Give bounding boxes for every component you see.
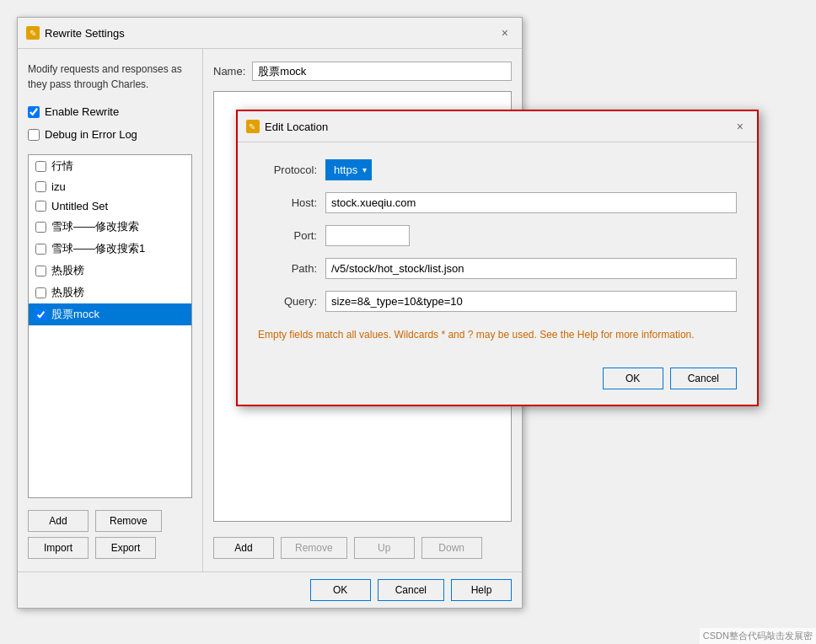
locations-remove-button[interactable]: Remove <box>281 537 347 559</box>
main-cancel-button[interactable]: Cancel <box>378 579 444 601</box>
list-item[interactable]: 热股榜 <box>29 260 191 282</box>
locations-down-button[interactable]: Down <box>421 537 482 559</box>
protocol-value: https <box>330 163 361 177</box>
edit-dialog: ✎ Edit Location × Protocol: https ▾ Host… <box>236 110 759 406</box>
query-label: Query: <box>258 295 317 308</box>
window-title: Rewrite Settings <box>45 27 125 40</box>
window-close-button[interactable]: × <box>497 24 513 41</box>
main-bottom-bar: OK Cancel Help <box>18 572 522 608</box>
title-bar-left: ✎ Rewrite Settings <box>26 26 125 40</box>
list-item[interactable]: 热股榜 <box>29 282 191 303</box>
dialog-buttons: OK Cancel <box>238 359 757 405</box>
enable-rewrite-label: Enable Rewrite <box>45 105 119 118</box>
list-item-label: Untitled Set <box>51 200 108 212</box>
dialog-app-icon: ✎ <box>246 120 260 133</box>
list-item[interactable]: 雪球——修改搜索 <box>29 216 191 238</box>
list-item-checkbox[interactable] <box>35 287 46 298</box>
enable-rewrite-row: Enable Rewrite <box>28 105 192 118</box>
dialog-title: Edit Location <box>265 121 328 133</box>
list-item-checkbox[interactable] <box>35 181 46 192</box>
query-row: Query: <box>258 291 737 312</box>
name-input[interactable] <box>252 62 512 81</box>
list-item[interactable]: 股票mock <box>29 303 191 325</box>
right-bottom-buttons: Add Remove Up Down <box>213 529 512 559</box>
remove-button[interactable]: Remove <box>95 510 162 532</box>
protocol-select[interactable]: https ▾ <box>325 159 372 180</box>
dialog-content: Protocol: https ▾ Host: Port: Path: Quer… <box>238 142 757 359</box>
name-label: Name: <box>213 65 245 78</box>
list-item[interactable]: 雪球——修改搜索1 <box>29 238 191 260</box>
list-item[interactable]: 行情 <box>29 155 191 177</box>
watermark: CSDN整合代码敲击发展密 <box>700 628 816 644</box>
btn-row-2: Import Export <box>28 537 192 559</box>
list-item-checkbox[interactable] <box>35 244 46 255</box>
path-input[interactable] <box>325 258 737 279</box>
debug-label: Debug in Error Log <box>45 128 137 141</box>
rules-list[interactable]: 行情izuUntitled Set雪球——修改搜索雪球——修改搜索1热股榜热股榜… <box>28 154 192 498</box>
dialog-title-bar: ✎ Edit Location × <box>238 111 757 142</box>
bottom-buttons: Add Remove Import Export <box>28 510 192 559</box>
list-item-checkbox[interactable] <box>35 222 46 233</box>
port-row: Port: <box>258 225 737 246</box>
protocol-label: Protocol: <box>258 164 317 176</box>
add-button[interactable]: Add <box>28 510 89 532</box>
list-item-checkbox[interactable] <box>35 161 46 172</box>
description-text: Modify requests and responses as they pa… <box>28 62 192 92</box>
list-item-label: 股票mock <box>51 307 99 322</box>
list-item[interactable]: izu <box>29 177 191 196</box>
port-label: Port: <box>258 229 317 242</box>
name-row: Name: <box>213 62 512 81</box>
btn-row-1: Add Remove <box>28 510 192 532</box>
list-item-label: 雪球——修改搜索 <box>51 219 139 234</box>
list-item[interactable]: Untitled Set <box>29 196 191 216</box>
list-item-checkbox[interactable] <box>35 201 46 212</box>
dialog-title-left: ✎ Edit Location <box>246 120 328 133</box>
title-bar: ✎ Rewrite Settings × <box>18 18 522 49</box>
list-item-checkbox[interactable] <box>35 266 46 276</box>
debug-checkbox[interactable] <box>28 129 40 141</box>
dialog-cancel-button[interactable]: Cancel <box>670 368 737 389</box>
host-row: Host: <box>258 192 737 213</box>
left-panel: Modify requests and responses as they pa… <box>18 49 203 572</box>
list-item-checkbox[interactable] <box>35 309 46 320</box>
help-text: Empty fields match all values. Wildcards… <box>258 327 737 342</box>
main-help-button[interactable]: Help <box>451 579 512 601</box>
host-input[interactable] <box>325 192 737 213</box>
list-item-label: izu <box>51 180 66 193</box>
list-item-label: 雪球——修改搜索1 <box>51 241 145 256</box>
dialog-close-button[interactable]: × <box>732 118 749 135</box>
list-item-label: 热股榜 <box>51 263 84 278</box>
export-button[interactable]: Export <box>95 537 156 559</box>
enable-rewrite-checkbox[interactable] <box>28 106 40 118</box>
locations-add-button[interactable]: Add <box>213 537 274 559</box>
query-input[interactable] <box>325 291 737 312</box>
dropdown-arrow-icon: ▾ <box>362 165 367 174</box>
list-item-label: 行情 <box>51 158 73 174</box>
protocol-row: Protocol: https ▾ <box>258 159 737 180</box>
import-button[interactable]: Import <box>28 537 89 559</box>
main-ok-button[interactable]: OK <box>310 579 371 601</box>
list-item-label: 热股榜 <box>51 285 84 300</box>
host-label: Host: <box>258 196 317 209</box>
debug-row: Debug in Error Log <box>28 128 192 141</box>
path-label: Path: <box>258 262 317 275</box>
svg-text:✎: ✎ <box>249 122 255 131</box>
dialog-ok-button[interactable]: OK <box>603 368 663 389</box>
app-icon: ✎ <box>26 26 40 40</box>
port-input[interactable] <box>325 225 410 246</box>
path-row: Path: <box>258 258 737 279</box>
locations-up-button[interactable]: Up <box>354 537 415 559</box>
